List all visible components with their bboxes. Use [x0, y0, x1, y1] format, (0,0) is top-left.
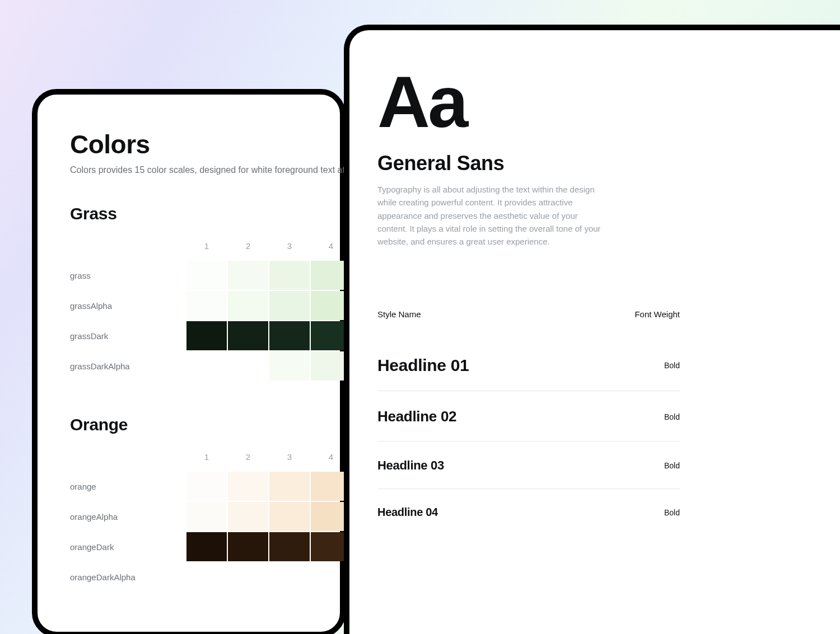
color-swatch	[186, 472, 227, 501]
scale-step: 3	[269, 241, 310, 251]
scale-step: 2	[228, 241, 268, 251]
palette-title-grass: Grass	[70, 204, 340, 223]
color-swatch	[269, 321, 310, 350]
type-style-row: Headline 01 Bold	[377, 339, 680, 391]
color-swatch	[186, 321, 227, 350]
style-name: Headline 01	[377, 356, 469, 375]
color-swatch	[269, 562, 310, 591]
style-name: Headline 02	[377, 408, 456, 425]
colors-card: Colors Colors provides 15 color scales, …	[32, 89, 346, 634]
type-style-row: Headline 02 Bold	[377, 391, 680, 442]
typeface-name: General Sans	[377, 152, 840, 175]
color-swatch	[186, 532, 227, 561]
color-swatch	[228, 291, 268, 320]
header-style-name: Style Name	[377, 309, 421, 319]
palette-row: orangeDark	[70, 532, 340, 561]
color-swatch	[269, 472, 310, 501]
scale-header-grass: 1 2 3 4	[70, 241, 340, 251]
colors-title: Colors	[70, 129, 340, 159]
color-swatch	[228, 351, 268, 381]
color-swatch	[228, 502, 268, 531]
palette-row: grassDarkAlpha	[70, 351, 340, 381]
palette-row: grassAlpha	[70, 291, 340, 320]
colors-subtitle: Colors provides 15 color scales, designe…	[70, 165, 340, 175]
style-weight: Bold	[664, 461, 680, 470]
color-swatch	[186, 502, 227, 531]
row-label: grassDarkAlpha	[70, 361, 186, 371]
row-label: orange	[70, 482, 186, 491]
style-weight: Bold	[664, 361, 680, 370]
color-swatch	[269, 502, 310, 531]
color-swatch	[186, 261, 227, 290]
row-label: grass	[70, 271, 186, 280]
type-style-row: Headline 03 Bold	[377, 442, 680, 489]
scale-header-orange: 1 2 3 4	[70, 452, 340, 462]
style-weight: Bold	[664, 508, 680, 517]
row-label: grassAlpha	[70, 301, 186, 311]
palette-row: orangeAlpha	[70, 502, 340, 531]
palette-row: orange	[70, 472, 340, 501]
type-style-header: Style Name Font Weight	[377, 309, 680, 319]
color-swatch	[228, 261, 268, 290]
style-name: Headline 03	[377, 458, 444, 473]
scale-header-spacer	[70, 241, 186, 251]
color-swatch	[228, 321, 268, 350]
row-label: orangeDarkAlpha	[70, 572, 186, 582]
scale-step: 2	[228, 452, 268, 462]
scale-header-spacer	[70, 452, 186, 462]
typography-card: Aa General Sans Typography is all about …	[344, 25, 840, 634]
color-swatch	[228, 562, 268, 591]
header-font-weight: Font Weight	[634, 309, 680, 319]
palette-title-orange: Orange	[70, 415, 340, 434]
color-swatch	[269, 532, 310, 561]
color-swatch	[228, 472, 268, 501]
type-specimen: Aa	[377, 69, 840, 135]
palette-row: orangeDarkAlpha	[70, 562, 340, 591]
typography-description: Typography is all about adjusting the te…	[377, 183, 601, 248]
palette-row: grass	[70, 261, 340, 290]
row-label: grassDark	[70, 331, 186, 341]
color-swatch	[186, 291, 227, 320]
type-style-row: Headline 04 Bold	[377, 489, 680, 519]
palette-grass: Grass 1 2 3 4 grass grassAlpha grassDark	[70, 204, 340, 381]
color-swatch	[186, 562, 227, 591]
color-swatch	[269, 291, 310, 320]
color-swatch	[269, 261, 310, 290]
palette-row: grassDark	[70, 321, 340, 350]
type-style-table: Style Name Font Weight Headline 01 Bold …	[377, 309, 680, 519]
style-weight: Bold	[664, 412, 680, 421]
color-swatch	[186, 351, 227, 381]
scale-step: 3	[269, 452, 310, 462]
scale-step: 1	[186, 452, 227, 462]
style-name: Headline 04	[377, 506, 438, 519]
row-label: orangeDark	[70, 542, 186, 552]
row-label: orangeAlpha	[70, 512, 186, 522]
palette-orange: Orange 1 2 3 4 orange orangeAlpha orange…	[70, 415, 340, 591]
scale-step: 1	[186, 241, 227, 251]
color-swatch	[228, 532, 268, 561]
color-swatch	[269, 351, 310, 381]
